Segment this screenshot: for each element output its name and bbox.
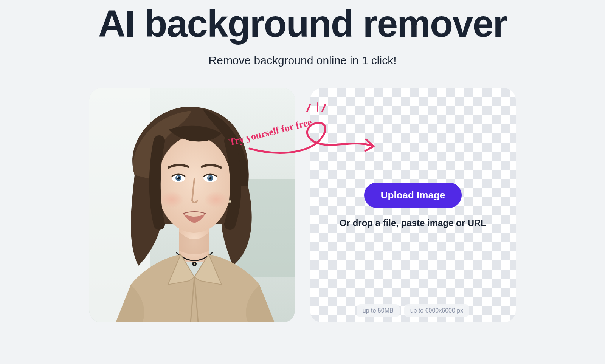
upload-image-button[interactable]: Upload Image bbox=[364, 183, 462, 208]
upload-dropzone[interactable]: Upload Image Or drop a file, paste image… bbox=[310, 88, 516, 322]
page-root: AI background remover Remove background … bbox=[0, 0, 605, 322]
svg-point-8 bbox=[160, 191, 184, 208]
page-title: AI background remover bbox=[98, 4, 507, 43]
page-subtitle: Remove background online in 1 click! bbox=[209, 54, 397, 67]
svg-point-9 bbox=[204, 191, 228, 208]
sample-image bbox=[89, 88, 295, 322]
drop-instructions: Or drop a file, paste image or URL bbox=[340, 218, 486, 228]
panels-row: Try yourself for free bbox=[0, 88, 605, 322]
limit-size-chip: up to 50MB bbox=[357, 304, 400, 317]
svg-point-13 bbox=[177, 176, 178, 178]
svg-point-20 bbox=[229, 200, 231, 203]
svg-line-0 bbox=[307, 105, 310, 112]
svg-point-17 bbox=[208, 176, 210, 178]
portrait-illustration bbox=[89, 88, 295, 322]
svg-point-19 bbox=[194, 263, 195, 265]
limit-dimensions-chip: up to 6000x6000 px bbox=[404, 304, 470, 317]
upload-limits: up to 50MB up to 6000x6000 px bbox=[357, 304, 469, 317]
